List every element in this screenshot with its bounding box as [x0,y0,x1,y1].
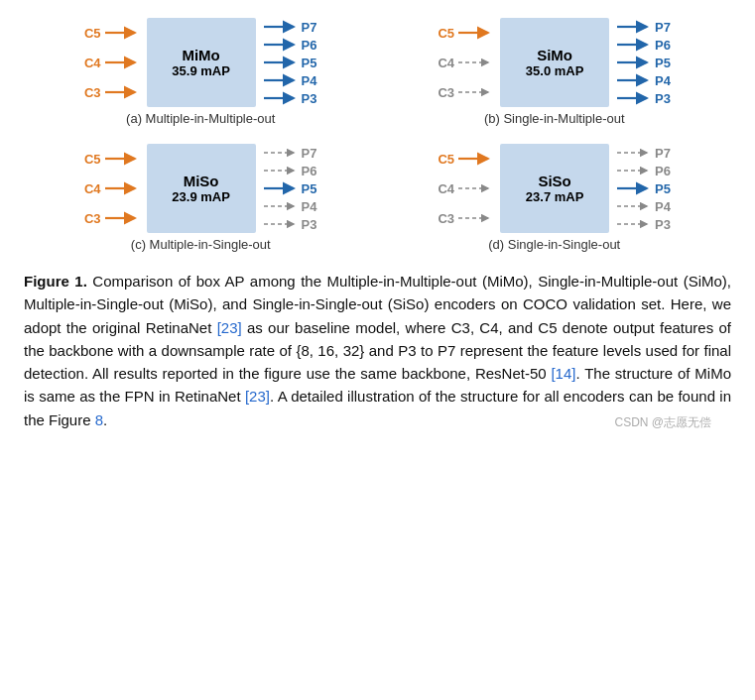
figure-caption: Figure 1. Comparison of box AP among the… [24,270,731,431]
simo-box: SiMo 35.0 mAP [500,18,609,107]
simo-arrow-p7 [615,20,653,34]
top-captions: (a) Multiple-in-Multiple-out (b) Single-… [24,111,731,126]
mimo-output-p5: P5 [262,56,317,70]
simo-arrow-c5 [456,26,494,40]
siso-inputs: C5 C4 C3 [438,144,494,233]
siso-diagram: C5 C4 C3 [438,144,671,233]
mimo-input-c4: C4 [84,56,141,70]
siso-arrow-c3-dash [456,211,494,225]
miso-out-p3: P3 [262,217,317,232]
arrow-orange-solid2 [103,56,141,69]
simo-arrow-p5 [615,56,653,69]
miso-out-p7: P7 [262,146,317,161]
figure-label: Figure 1. [24,273,87,290]
siso-arrow-p6-dash [615,164,653,177]
siso-arrow-c4-dash [456,181,494,195]
siso-input-c4: C4 [438,181,494,196]
mimo-input-c5: C5 [84,26,141,41]
siso-out-p3: P3 [615,217,671,232]
caption-mimo: (a) Multiple-in-Multiple-out [24,111,378,126]
miso-arrow-p7-dash [262,146,300,160]
bottom-captions: (c) Multiple-in-Single-out (d) Single-in… [24,237,731,252]
simo-input-c4: C4 [438,56,494,70]
siso-out-p5: P5 [615,181,671,196]
siso-out-p4: P4 [615,199,671,214]
siso-input-c3: C3 [438,211,494,226]
simo-outputs: P7 P6 P5 [615,18,671,107]
mimo-inputs: C5 C4 C3 [84,18,141,107]
siso-outputs: P7 P6 P5 [615,144,671,233]
siso-arrow-p3-dash [615,217,653,231]
simo-out-p3: P3 [615,91,671,106]
siso-arrow-p5-solid [615,181,653,195]
miso-box: MiSo 23.9 mAP [147,144,256,233]
arrow-blue-p7 [262,20,300,34]
siso-input-c5: C5 [438,152,494,167]
miso-diagram: C5 C4 C3 [84,144,317,233]
simo-input-c3: C3 [438,85,494,100]
miso-arrow-p6-dash [262,164,300,177]
miso-out-p5: P5 [262,181,317,196]
mimo-output-p4: P4 [262,73,317,88]
siso-out-p6: P6 [615,164,671,178]
miso-input-c4: C4 [84,181,141,196]
simo-out-p6: P6 [615,38,671,53]
arrow-orange-solid3 [103,85,141,99]
figure-caption-container: Figure 1. Comparison of box AP among the… [24,270,731,441]
ref-8[interactable]: 8 [95,411,103,428]
miso-inputs: C5 C4 C3 [84,144,141,233]
bottom-diagrams: C5 C4 C3 [24,144,731,233]
mimo-diagram: C5 C4 C3 [84,18,317,107]
miso-out-p4: P4 [262,199,317,214]
miso-arrow-c3 [103,211,141,225]
simo-out-p4: P4 [615,73,671,88]
siso-arrow-p7-dash [615,146,653,160]
mimo-outputs: P7 P6 P5 [262,18,317,107]
arrow-blue-p5 [262,56,300,69]
miso-arrow-p4-dash [262,199,300,213]
simo-arrow-c4-dash [456,56,494,69]
ref-23-first[interactable]: [23] [217,319,242,336]
simo-arrow-c3-dash [456,85,494,99]
caption-miso: (c) Multiple-in-Single-out [24,237,378,252]
figure-text5: . [103,411,107,428]
siso-arrow-p4-dash [615,199,653,213]
simo-out-p5: P5 [615,56,671,70]
simo-diagram: C5 C4 C3 [438,18,671,107]
simo-arrow-p3 [615,91,653,105]
simo-out-p7: P7 [615,20,671,35]
miso-arrow-c5 [103,152,141,166]
mimo-input-c3: C3 [84,85,141,100]
miso-out-p6: P6 [262,164,317,178]
miso-arrow-p5-solid [262,181,300,195]
mimo-output-p3: P3 [262,91,317,106]
arrow-blue-p3 [262,91,300,105]
miso-arrow-p3-dash [262,217,300,231]
arrow-orange-solid [103,26,141,40]
watermark: CSDN @志愿无偿 [614,414,711,431]
ref-14[interactable]: [14] [551,365,575,382]
mimo-box: MiMo 35.9 mAP [147,18,256,107]
mimo-output-p7: P7 [262,20,317,35]
caption-simo: (b) Single-in-Multiple-out [378,111,732,126]
arrow-blue-p4 [262,73,300,87]
simo-arrow-p6 [615,38,653,52]
simo-arrow-p4 [615,73,653,87]
simo-input-c5: C5 [438,26,494,41]
miso-outputs: P7 P6 P5 [262,144,317,233]
arrow-blue-p6 [262,38,300,52]
miso-input-c3: C3 [84,211,141,226]
siso-out-p7: P7 [615,146,671,161]
miso-arrow-c4 [103,181,141,195]
ref-23-second[interactable]: [23] [245,388,270,405]
simo-inputs: C5 C4 C3 [438,18,494,107]
mimo-output-p6: P6 [262,38,317,53]
siso-box: SiSo 23.7 mAP [500,144,609,233]
miso-input-c5: C5 [84,152,141,167]
caption-siso: (d) Single-in-Single-out [378,237,732,252]
siso-arrow-c5 [456,152,494,166]
